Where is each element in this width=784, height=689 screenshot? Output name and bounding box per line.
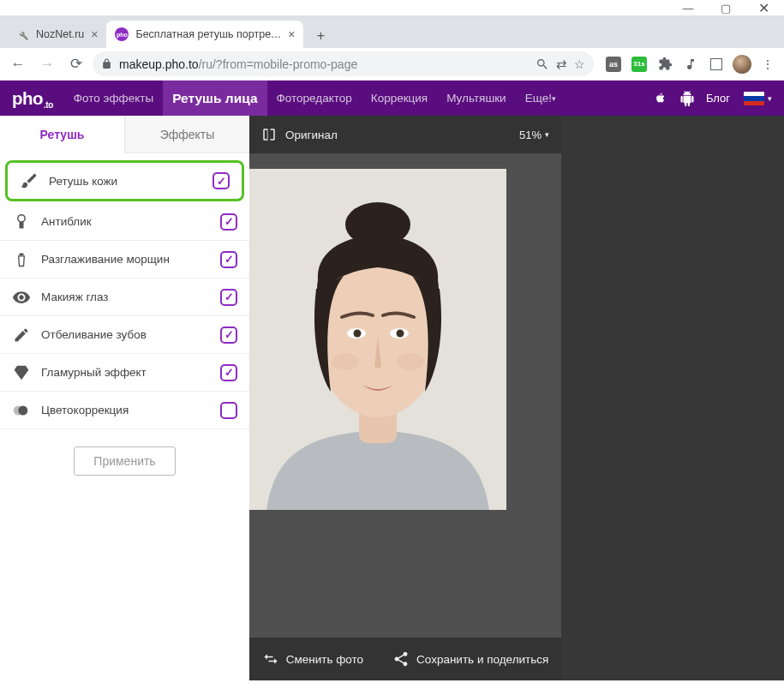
checkbox-checked-icon[interactable] bbox=[220, 213, 237, 231]
new-tab-button[interactable]: + bbox=[308, 24, 332, 48]
checkbox-checked-icon[interactable] bbox=[220, 364, 237, 381]
apply-button[interactable]: Применить bbox=[74, 446, 175, 476]
extension-lastfm-icon[interactable]: as bbox=[602, 53, 625, 75]
android-app-icon[interactable] bbox=[673, 85, 701, 112]
lock-icon bbox=[101, 58, 112, 69]
canvas-toolbar: Оригинал 51% ▾ bbox=[249, 116, 561, 153]
mirror-icon bbox=[12, 213, 31, 231]
site-logo[interactable]: pho.to bbox=[0, 88, 64, 109]
option-eye-makeup[interactable]: Макияж глаз bbox=[0, 279, 249, 316]
checkbox-checked-icon[interactable] bbox=[220, 289, 237, 306]
logo-suffix: .to bbox=[44, 100, 53, 110]
change-photo-button[interactable]: Сменить фото bbox=[262, 650, 363, 668]
sidebar-tabs: Ретушь Эффекты bbox=[0, 116, 249, 153]
change-photo-label: Сменить фото bbox=[286, 653, 363, 666]
svg-rect-2 bbox=[20, 253, 24, 255]
tab-close-icon[interactable]: × bbox=[91, 27, 98, 41]
logo-text: pho bbox=[12, 88, 43, 108]
swap-icon bbox=[262, 650, 279, 668]
window-minimize-button[interactable]: ― bbox=[669, 0, 707, 20]
option-label: Отбеливание зубов bbox=[41, 328, 210, 341]
sidebar-tab-effects[interactable]: Эффекты bbox=[124, 116, 249, 153]
zoom-value: 51% bbox=[519, 129, 542, 141]
extensions-strip: as 31s ⋮ bbox=[597, 53, 779, 75]
compare-icon[interactable] bbox=[261, 127, 277, 142]
sidebar: Ретушь Эффекты Ретушь кожи Антиблик bbox=[0, 116, 249, 680]
nav-back-button[interactable]: ← bbox=[5, 51, 31, 77]
option-label: Разглаживание морщин bbox=[41, 253, 210, 266]
nav-photo-effects[interactable]: Фото эффекты bbox=[64, 81, 163, 116]
right-empty-panel bbox=[561, 116, 784, 680]
extension-green-icon[interactable]: 31s bbox=[628, 53, 650, 75]
tube-icon bbox=[12, 250, 31, 269]
wrench-icon bbox=[15, 27, 29, 41]
site-header: pho.to Фото эффекты Ретушь лица Фотореда… bbox=[0, 81, 784, 116]
window-titlebar: ― ▢ ✕ bbox=[0, 0, 784, 15]
option-anti-glare[interactable]: Антиблик bbox=[0, 203, 249, 241]
extensions-menu-icon[interactable] bbox=[654, 53, 676, 75]
option-teeth-whitening[interactable]: Отбеливание зубов bbox=[0, 316, 249, 354]
canvas-panel: Оригинал 51% ▾ bbox=[249, 116, 561, 680]
nav-reload-button[interactable]: ⟳ bbox=[63, 51, 89, 77]
chevron-down-icon: ▾ bbox=[768, 94, 772, 103]
option-color-correction[interactable]: Цветокоррекция bbox=[0, 392, 249, 429]
search-in-page-icon[interactable] bbox=[536, 57, 549, 71]
chevron-down-icon: ▾ bbox=[545, 130, 549, 139]
extension-square-icon[interactable] bbox=[705, 53, 727, 75]
image-canvas[interactable] bbox=[249, 153, 561, 638]
nav-photo-editor[interactable]: Фоторедактор bbox=[267, 81, 362, 116]
retouch-options: Ретушь кожи Антиблик Разглаживание морщи… bbox=[0, 153, 249, 434]
tab-close-icon[interactable]: × bbox=[288, 27, 295, 41]
checkbox-unchecked-icon[interactable] bbox=[220, 402, 237, 419]
option-label: Ретушь кожи bbox=[49, 175, 202, 188]
option-label: Цветокоррекция bbox=[41, 404, 210, 416]
apple-app-icon[interactable] bbox=[646, 85, 673, 112]
checkbox-checked-icon[interactable] bbox=[220, 327, 237, 344]
bookmark-icon[interactable]: ☆ bbox=[574, 57, 585, 71]
svg-point-4 bbox=[18, 405, 27, 415]
nav-blog[interactable]: Блог bbox=[701, 92, 740, 105]
nav-face-retouch[interactable]: Ретушь лица bbox=[163, 81, 266, 116]
option-wrinkle-smoothing[interactable]: Разглаживание морщин bbox=[0, 241, 249, 279]
svg-point-11 bbox=[354, 330, 362, 338]
url-bar[interactable]: makeup.pho.to/ru/?from=mobile-promo-page… bbox=[93, 51, 594, 76]
nav-more[interactable]: Еще! ▾ bbox=[516, 81, 566, 116]
option-skin-retouch[interactable]: Ретушь кожи bbox=[5, 160, 244, 201]
browser-tab[interactable]: NozNet.ru × bbox=[7, 21, 106, 48]
browser-toolbar: ← → ⟳ makeup.pho.to/ru/?from=mobile-prom… bbox=[0, 48, 784, 81]
option-label: Макияж глаз bbox=[41, 291, 210, 303]
checkbox-checked-icon[interactable] bbox=[220, 251, 237, 268]
svg-point-8 bbox=[345, 202, 410, 247]
window-maximize-button[interactable]: ▢ bbox=[707, 0, 745, 20]
save-share-button[interactable]: Сохранить и поделиться bbox=[392, 650, 548, 668]
canvas-footer: Сменить фото Сохранить и поделиться bbox=[249, 638, 561, 680]
svg-point-13 bbox=[332, 353, 359, 370]
nav-correction[interactable]: Коррекция bbox=[362, 81, 437, 116]
extension-music-icon[interactable] bbox=[679, 53, 702, 75]
translate-icon[interactable]: ⇄ bbox=[556, 57, 567, 72]
svg-point-0 bbox=[18, 214, 25, 221]
share-icon bbox=[392, 650, 410, 668]
diamond-icon bbox=[12, 363, 31, 382]
svg-point-12 bbox=[397, 330, 404, 338]
browser-tab-active[interactable]: pho Бесплатная ретушь портретных × bbox=[106, 21, 303, 48]
window-bottom-border bbox=[0, 680, 784, 689]
option-glamour-effect[interactable]: Гламурный эффект bbox=[0, 354, 249, 392]
svg-point-14 bbox=[397, 353, 424, 370]
language-flag-russia[interactable] bbox=[744, 92, 764, 105]
nav-forward-button[interactable]: → bbox=[34, 51, 60, 77]
tab-title: NozNet.ru bbox=[36, 28, 84, 40]
profile-avatar[interactable] bbox=[731, 53, 753, 75]
tab-title: Бесплатная ретушь портретных bbox=[135, 28, 281, 40]
sidebar-tab-retouch[interactable]: Ретушь bbox=[0, 116, 124, 153]
checkbox-checked-icon[interactable] bbox=[212, 172, 230, 189]
window-close-button[interactable]: ✕ bbox=[745, 0, 782, 20]
svg-rect-1 bbox=[20, 222, 24, 229]
eye-icon bbox=[12, 288, 31, 307]
nav-cartoons[interactable]: Мультяшки bbox=[437, 81, 515, 116]
zoom-level[interactable]: 51% ▾ bbox=[519, 129, 549, 141]
original-label: Оригинал bbox=[285, 129, 338, 141]
browser-menu-button[interactable]: ⋮ bbox=[757, 53, 779, 75]
portrait-image bbox=[249, 169, 506, 510]
option-label: Гламурный эффект bbox=[41, 366, 210, 379]
